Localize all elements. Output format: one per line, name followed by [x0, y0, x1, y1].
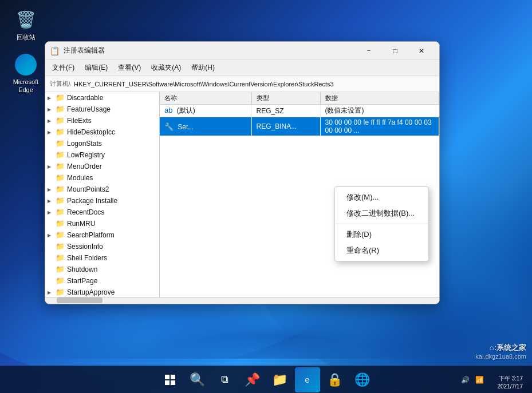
- expand-icon: ▶: [48, 164, 56, 169]
- tree-label: Shell Folders: [67, 254, 107, 262]
- maximize-button[interactable]: □: [382, 42, 408, 60]
- tree-item-mountpoints2[interactable]: ▶ 📁 MountPoints2: [45, 184, 159, 195]
- ctx-rename[interactable]: 重命名(R): [335, 243, 428, 259]
- title-bar-icon: 📋: [50, 46, 59, 55]
- tree-item-startupapprove[interactable]: ▶ 📁 StartupApprove: [45, 287, 159, 297]
- folder-icon: 📁: [56, 173, 65, 182]
- folder-icon: 📁: [56, 242, 65, 251]
- close-button[interactable]: ✕: [408, 42, 435, 60]
- tree-item-shellfolders[interactable]: 📁 Shell Folders: [45, 252, 159, 264]
- reg-type-cell: REG_BINA...: [251, 117, 320, 136]
- folder-icon: 📁: [56, 150, 65, 160]
- taskbar-time[interactable]: 下午 3:17 2021/7/17: [498, 375, 523, 391]
- tree-item-sessioninfo[interactable]: 📁 SessionInfo: [45, 241, 159, 252]
- expand-icon: ▶: [48, 210, 56, 215]
- tree-label: LowRegistry: [67, 151, 105, 159]
- reg-ab-icon: ab: [164, 106, 172, 114]
- reg-bin-icon: 🔧: [164, 122, 174, 131]
- tree-item-featureusage[interactable]: ▶ 📁 FeatureUsage: [45, 104, 159, 115]
- tree-item-runmru[interactable]: 📁 RunMRU: [45, 218, 159, 229]
- expand-icon: ▶: [48, 107, 56, 112]
- menu-view[interactable]: 查看(V): [113, 62, 145, 74]
- tree-label: HideDesktopIcc: [67, 128, 115, 136]
- minimize-button[interactable]: －: [356, 42, 382, 60]
- expand-icon: ▶: [48, 96, 56, 101]
- tree-label: SearchPlatform: [67, 231, 115, 239]
- folder-icon: 📁: [56, 288, 65, 297]
- menu-edit[interactable]: 编辑(E): [80, 62, 112, 74]
- taskbar-date-text: 2021/7/17: [498, 383, 523, 391]
- folder-icon: 📁: [56, 128, 65, 137]
- expand-icon: ▶: [48, 233, 56, 238]
- tree-item-hidedesktopice[interactable]: ▶ 📁 HideDesktopIcc: [45, 126, 159, 138]
- title-bar: 📋 注册表编辑器 － □ ✕: [45, 42, 439, 60]
- ctx-delete[interactable]: 删除(D): [335, 227, 428, 243]
- menu-help[interactable]: 帮助(H): [187, 62, 219, 74]
- taskbar: 🔍 ⧉ 📌 📁 e 🔒 🌐 🔊 📶 下午 3:17 2021/7/17: [0, 366, 532, 393]
- svg-rect-2: [165, 380, 170, 385]
- ctx-modify[interactable]: 修改(M)...: [335, 189, 428, 205]
- tree-label: SessionInfo: [67, 243, 103, 251]
- tree-label: MountPoints2: [67, 185, 109, 193]
- table-row[interactable]: ab (默认) REG_SZ (数值未设置): [160, 105, 439, 117]
- tree-item-packageinstall[interactable]: ▶ 📁 Package Installe: [45, 195, 159, 207]
- tree-panel[interactable]: ▶ 📁 Discardable ▶ 📁 FeatureUsage ▶ 📁 Fil…: [45, 92, 160, 297]
- tree-label: RunMRU: [67, 220, 95, 228]
- tree-item-searchplatform[interactable]: ▶ 📁 SearchPlatform: [45, 229, 159, 241]
- folder-icon: 📁: [56, 93, 65, 102]
- desktop: 🗑️ 回收站 MicrosoftEdge 📋 注册表编辑器 － □ ✕ 文件(F…: [0, 0, 532, 393]
- expand-icon: ▶: [48, 130, 56, 135]
- folder-icon: 📁: [56, 276, 65, 285]
- tree-label: Shutdown: [67, 265, 97, 273]
- tree-item-logonstats[interactable]: 📁 LogonStats: [45, 138, 159, 149]
- context-menu: 修改(M)... 修改二进制数据(B)... 删除(D) 重命名(R): [334, 186, 429, 261]
- right-panel: 名称 类型 数据 ab (默认) REG_SZ: [160, 92, 439, 297]
- tree-item-lowregistry[interactable]: 📁 LowRegistry: [45, 149, 159, 161]
- folder-icon: 📁: [56, 116, 65, 125]
- tree-item-menuorder[interactable]: ▶ 📁 MenuOrder: [45, 161, 159, 172]
- reg-name-cell: ab (默认): [160, 105, 251, 117]
- menu-file[interactable]: 文件(F): [48, 62, 79, 74]
- tree-label: FileExts: [67, 117, 92, 125]
- taskbar-network-icon: 🔊: [459, 375, 472, 385]
- tree-label: FeatureUsage: [67, 105, 111, 113]
- menu-favorites[interactable]: 收藏夹(A): [147, 62, 186, 74]
- taskbar-network[interactable]: 🌐: [350, 367, 375, 392]
- taskbar-taskview-button[interactable]: ⧉: [212, 367, 238, 392]
- folder-icon: 📁: [56, 105, 65, 114]
- ctx-modify-binary[interactable]: 修改二进制数据(B)...: [335, 205, 428, 221]
- tree-label: StartPage: [67, 277, 97, 285]
- folder-icon: 📁: [56, 208, 65, 217]
- col-name-header: 名称: [160, 92, 251, 105]
- tree-item-shutdown[interactable]: 📁 Shutdown: [45, 264, 159, 275]
- reg-name-text: Set...: [178, 123, 194, 131]
- tree-item-discardable[interactable]: ▶ 📁 Discardable: [45, 92, 159, 104]
- reg-type-cell: REG_SZ: [251, 105, 320, 117]
- tree-item-fileexts[interactable]: ▶ 📁 FileExts: [45, 115, 159, 126]
- tree-item-recentdocs[interactable]: ▶ 📁 RecentDocs: [45, 207, 159, 218]
- taskbar-search-button[interactable]: 🔍: [185, 367, 210, 392]
- tree-item-startpage[interactable]: 📁 StartPage: [45, 275, 159, 287]
- tree-item-modules[interactable]: 📁 Modules: [45, 172, 159, 184]
- taskbar-pin1[interactable]: 📌: [240, 367, 265, 392]
- reg-name-cell: 🔧 Set...: [160, 117, 251, 136]
- recycle-bin-icon[interactable]: 🗑️ 回收站: [6, 6, 46, 43]
- taskbar-explorer[interactable]: 📁: [267, 367, 293, 392]
- title-bar-text: 注册表编辑器: [64, 46, 356, 55]
- watermark-logo: ⌂:系统之家: [475, 343, 526, 353]
- reg-data-cell: (数值未设置): [320, 105, 439, 117]
- taskbar-start-button[interactable]: [157, 367, 183, 392]
- taskbar-edge[interactable]: e: [295, 367, 320, 392]
- scrollbar-thumb: [57, 297, 103, 303]
- folder-icon: 📁: [56, 253, 65, 263]
- expand-icon: ▶: [48, 118, 56, 124]
- watermark-sub: kai.dkgz1ua8.com: [475, 353, 526, 360]
- expand-icon: ▶: [48, 290, 56, 295]
- taskbar-security[interactable]: 🔒: [322, 367, 348, 392]
- col-type-header: 类型: [251, 92, 320, 105]
- svg-rect-1: [171, 375, 175, 379]
- table-row-selected[interactable]: 🔧 Set... REG_BINA... 30 00 00 00 fe ff f…: [160, 117, 439, 136]
- horizontal-scrollbar[interactable]: [45, 297, 439, 304]
- edge-desktop-icon[interactable]: MicrosoftEdge: [6, 51, 46, 97]
- expand-icon: ▶: [48, 199, 56, 204]
